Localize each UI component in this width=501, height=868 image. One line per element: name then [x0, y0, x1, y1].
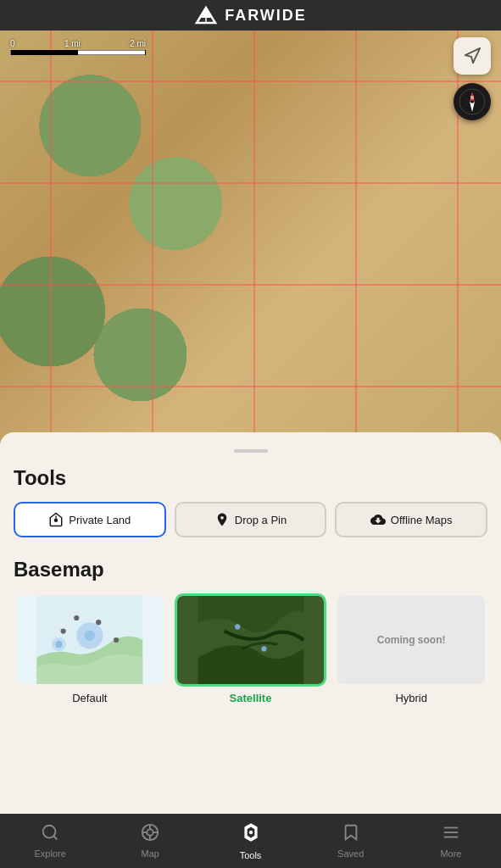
offline-maps-button[interactable]: Offline Maps [335, 502, 487, 537]
app-logo: FARWIDE [194, 6, 307, 25]
top-bar: FARWIDE [0, 0, 501, 31]
svg-point-32 [248, 831, 252, 834]
coming-soon-text: Coming soon! [377, 634, 446, 646]
nav-tools[interactable]: Tools [200, 816, 300, 865]
nav-more-label: More [440, 849, 461, 859]
basemap-hybrid-thumb: Coming soon! [335, 593, 487, 687]
map-view[interactable]: 0 1 mi 2 mi N [0, 31, 501, 463]
nav-map-label: Map [142, 849, 159, 859]
location-button[interactable] [454, 37, 491, 75]
bottom-panel: Tools Private Land Drop a Pin Offline Ma… [0, 432, 501, 814]
svg-point-18 [61, 628, 66, 633]
compass[interactable]: N [454, 83, 491, 120]
svg-point-20 [235, 624, 240, 629]
svg-marker-3 [465, 48, 480, 63]
explore-icon [41, 823, 59, 846]
tools-section-title: Tools [14, 466, 487, 490]
scale-label-1: 1 mi [64, 39, 81, 48]
more-icon [442, 823, 460, 846]
basemap-default-label: Default [72, 692, 107, 704]
nav-explore-label: Explore [34, 849, 65, 859]
basemap-satellite[interactable]: Satellite [175, 593, 327, 704]
map-icon [141, 823, 159, 846]
app-name: FARWIDE [225, 7, 307, 25]
svg-point-21 [261, 646, 266, 651]
svg-point-15 [96, 620, 101, 625]
scale-bar-labels: 0 1 mi 2 mi [10, 39, 146, 48]
map-grid [0, 31, 501, 463]
svg-point-17 [114, 637, 119, 643]
offline-maps-label: Offline Maps [391, 514, 453, 526]
nav-explore[interactable]: Explore [0, 818, 100, 864]
drop-pin-button[interactable]: Drop a Pin [175, 502, 327, 537]
nav-map[interactable]: Map [100, 818, 200, 864]
svg-point-22 [43, 826, 56, 838]
satellite-map-preview [177, 596, 325, 684]
svg-line-23 [53, 836, 57, 839]
panel-handle [234, 449, 268, 453]
basemap-row: Default Satellite [14, 593, 487, 704]
svg-text:N: N [470, 95, 474, 100]
scale-bar-line [10, 50, 146, 55]
basemap-hybrid[interactable]: Coming soon! Hybrid [335, 593, 487, 704]
basemap-satellite-thumb [175, 593, 327, 687]
scale-label-2: 2 mi [130, 39, 146, 48]
nav-tools-label: Tools [240, 850, 262, 860]
basemap-section-title: Basemap [14, 558, 487, 581]
svg-point-16 [74, 615, 79, 620]
svg-point-14 [85, 631, 95, 641]
tools-icon [240, 821, 262, 848]
scale-label-0: 0 [10, 39, 15, 48]
drop-pin-label: Drop a Pin [235, 514, 287, 526]
basemap-satellite-label: Satellite [230, 692, 272, 704]
private-land-label: Private Land [69, 514, 131, 526]
hybrid-map-preview: Coming soon! [337, 596, 485, 684]
saved-icon [342, 823, 360, 846]
nav-more[interactable]: More [401, 818, 501, 864]
nav-saved[interactable]: Saved [301, 818, 401, 864]
tools-row: Private Land Drop a Pin Offline Maps [14, 502, 487, 537]
private-land-button[interactable]: Private Land [14, 502, 166, 537]
svg-point-25 [148, 829, 153, 835]
basemap-default-thumb [14, 593, 166, 687]
default-map-preview [16, 596, 164, 684]
basemap-default[interactable]: Default [14, 593, 166, 704]
basemap-hybrid-label: Hybrid [395, 692, 427, 704]
logo-icon [194, 6, 218, 25]
scale-bar: 0 1 mi 2 mi [10, 39, 146, 55]
bottom-nav: Explore Map Tools [0, 814, 501, 868]
nav-saved-label: Saved [337, 849, 364, 859]
svg-point-8 [54, 519, 58, 523]
svg-point-13 [55, 641, 62, 648]
